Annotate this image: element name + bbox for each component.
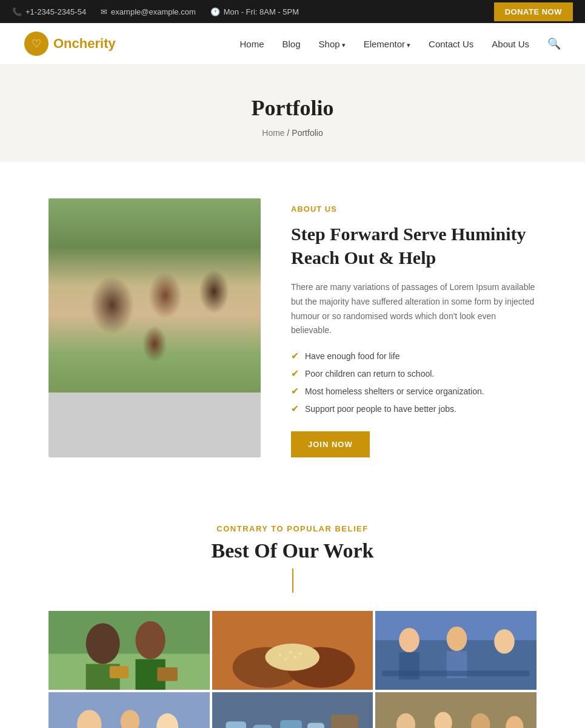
gallery-item-2[interactable] xyxy=(212,611,373,690)
svg-rect-37 xyxy=(280,720,302,728)
nav-elementor[interactable]: Elementor xyxy=(364,39,410,49)
about-image xyxy=(48,198,261,457)
gallery-grid xyxy=(48,611,537,728)
list-item: ✔ Have enough food for life xyxy=(291,350,537,362)
hero-section: Portfolio Home / Portfolio xyxy=(0,65,585,162)
join-button[interactable]: JOIN NOW xyxy=(291,431,370,457)
gallery-image-5 xyxy=(212,692,373,728)
phone-icon: 📞 xyxy=(12,7,22,16)
svg-point-4 xyxy=(135,621,165,659)
breadcrumb-home[interactable]: Home xyxy=(262,128,284,138)
work-section: CONTRARY TO POPULAR BELIEF Best Of Our W… xyxy=(0,494,585,728)
check-icon: ✔ xyxy=(291,403,299,414)
gallery-item-5[interactable] xyxy=(212,692,373,728)
about-title: Step Forward Serve Huminity Reach Out & … xyxy=(291,222,537,269)
svg-rect-36 xyxy=(253,725,272,728)
svg-point-15 xyxy=(284,658,286,661)
svg-rect-38 xyxy=(307,723,324,728)
svg-rect-7 xyxy=(110,666,129,678)
svg-point-2 xyxy=(86,623,120,664)
donate-button[interactable]: DONATE NOW xyxy=(494,2,573,21)
svg-rect-24 xyxy=(494,654,515,681)
svg-rect-6 xyxy=(157,667,178,681)
svg-point-12 xyxy=(279,654,281,656)
list-item: ✔ Most homeless shelters or service orga… xyxy=(291,385,537,397)
about-tag: ABOUT US xyxy=(291,204,537,214)
about-content: ABOUT US Step Forward Serve Huminity Rea… xyxy=(291,198,537,457)
list-item: ✔ Poor children can return to school. xyxy=(291,368,537,379)
gallery-item-3[interactable] xyxy=(375,611,537,690)
gallery-item-6[interactable] xyxy=(375,692,537,728)
main-nav: Home Blog Shop Elementor Contact Us Abou… xyxy=(240,37,561,50)
gallery-item-1[interactable] xyxy=(48,611,210,690)
nav-about[interactable]: About Us xyxy=(492,39,529,49)
top-bar-left: 📞 +1-2345-2345-54 ✉ example@example.com … xyxy=(12,7,299,16)
about-section: ABOUT US Step Forward Serve Huminity Rea… xyxy=(0,162,585,494)
page-title: Portfolio xyxy=(12,95,573,121)
nav-blog[interactable]: Blog xyxy=(282,39,301,49)
nav-contact[interactable]: Contact Us xyxy=(429,39,473,49)
gallery-image-2 xyxy=(212,611,373,690)
logo-text: Oncherity xyxy=(53,36,116,52)
gallery-item-4[interactable] xyxy=(48,692,210,728)
svg-point-19 xyxy=(399,628,420,652)
divider-line xyxy=(292,568,293,593)
logo-icon: ♡ xyxy=(24,32,48,56)
check-icon: ✔ xyxy=(291,385,299,397)
svg-point-14 xyxy=(299,653,301,655)
logo[interactable]: ♡ Oncherity xyxy=(24,32,116,56)
gallery-image-1 xyxy=(48,611,210,690)
list-item: ✔ Support poor people to have better job… xyxy=(291,403,537,414)
search-icon[interactable]: 🔍 xyxy=(547,37,561,50)
work-tag: CONTRARY TO POPULAR BELIEF xyxy=(48,524,537,533)
svg-rect-39 xyxy=(331,715,358,728)
svg-rect-25 xyxy=(383,671,530,676)
about-desc: There are many variations of passages of… xyxy=(291,280,537,338)
gallery-image-4 xyxy=(48,692,210,728)
phone-info: 📞 +1-2345-2345-54 xyxy=(12,7,86,16)
check-icon: ✔ xyxy=(291,368,299,379)
check-icon: ✔ xyxy=(291,350,299,362)
breadcrumb: Home / Portfolio xyxy=(12,128,573,138)
svg-rect-35 xyxy=(226,721,246,728)
breadcrumb-current: Portfolio xyxy=(292,128,323,138)
email-icon: ✉ xyxy=(101,7,107,16)
nav-home[interactable]: Home xyxy=(240,39,264,49)
svg-point-23 xyxy=(494,629,515,653)
nav-shop[interactable]: Shop xyxy=(319,39,346,49)
svg-point-16 xyxy=(293,656,296,658)
gallery-image-6 xyxy=(375,692,537,728)
svg-point-21 xyxy=(447,627,467,651)
gallery-image-3 xyxy=(375,611,537,690)
svg-rect-1 xyxy=(48,654,210,690)
hours-info: 🕐 Mon - Fri: 8AM - 5PM xyxy=(210,7,299,16)
about-list: ✔ Have enough food for life ✔ Poor child… xyxy=(291,350,537,414)
email-info: ✉ example@example.com xyxy=(101,7,196,16)
clock-icon: 🕐 xyxy=(210,7,220,16)
work-title: Best Of Our Work xyxy=(48,539,537,562)
children-image xyxy=(48,198,261,393)
top-bar: 📞 +1-2345-2345-54 ✉ example@example.com … xyxy=(0,0,585,23)
svg-point-11 xyxy=(265,644,319,671)
header: ♡ Oncherity Home Blog Shop Elementor Con… xyxy=(0,23,585,65)
logo-suffix: cherity xyxy=(72,36,116,51)
svg-point-13 xyxy=(289,651,291,653)
logo-prefix: On xyxy=(53,36,72,51)
